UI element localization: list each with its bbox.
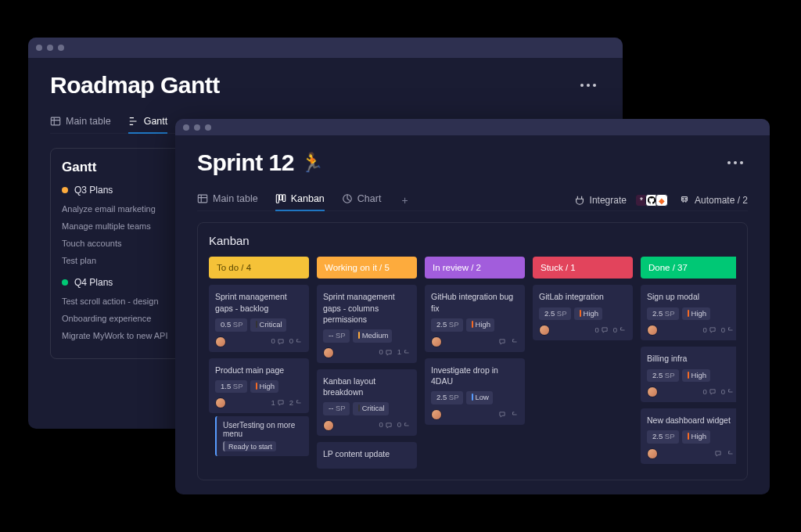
kanban-card[interactable]: GitHub integration bug fix2.5 SPHigh bbox=[425, 285, 525, 351]
kanban-card[interactable]: LP content update bbox=[317, 442, 417, 469]
priority-chip[interactable]: High bbox=[466, 318, 495, 332]
story-points-chip[interactable]: 0.5 SP bbox=[215, 318, 247, 332]
comments-count[interactable] bbox=[498, 338, 506, 346]
group-header-q4[interactable]: Q4 Plans bbox=[62, 277, 171, 288]
priority-chip[interactable]: High bbox=[682, 307, 711, 321]
group-header-q3[interactable]: Q3 Plans bbox=[62, 185, 171, 196]
integration-app-icons[interactable]: * ◆ bbox=[638, 194, 668, 207]
priority-chip[interactable]: High bbox=[250, 380, 279, 394]
priority-chip[interactable]: Critical bbox=[250, 318, 286, 332]
priority-chip[interactable]: High bbox=[682, 369, 711, 383]
story-points-chip[interactable]: 2.5 SP bbox=[431, 318, 463, 332]
comments-count[interactable]: 0 bbox=[594, 325, 608, 336]
subitems-count[interactable]: 0 bbox=[397, 420, 411, 430]
traffic-light-dot[interactable] bbox=[58, 45, 64, 51]
story-points-chip[interactable]: 1.5 SP bbox=[215, 380, 247, 394]
gantt-item[interactable]: Onboarding experience bbox=[62, 310, 171, 327]
comments-count[interactable]: 0 bbox=[379, 420, 392, 430]
gantt-item[interactable]: Analyze email marketing bbox=[62, 200, 171, 217]
story-points-chip[interactable]: -- SP bbox=[323, 402, 350, 415]
comments-count[interactable]: 0 bbox=[379, 347, 392, 358]
subitem-status-chip[interactable]: Ready to start bbox=[223, 441, 276, 451]
priority-chip[interactable]: Low bbox=[466, 391, 493, 404]
kanban-card[interactable]: Kanban layout breakdown-- SPCritical0 0 bbox=[317, 369, 417, 436]
add-view-button[interactable]: + bbox=[398, 194, 411, 207]
kanban-subitem[interactable]: UserTesting on more menuReady to start bbox=[215, 416, 309, 456]
comments-count[interactable] bbox=[498, 411, 506, 419]
traffic-light-dot[interactable] bbox=[47, 45, 53, 51]
more-menu-button[interactable] bbox=[576, 79, 601, 92]
column-header[interactable]: In review / 2 bbox=[425, 257, 525, 279]
priority-chip[interactable]: High bbox=[682, 430, 711, 444]
integrate-button[interactable]: Integrate bbox=[574, 195, 627, 206]
column-header[interactable]: Working on it / 5 bbox=[317, 257, 417, 279]
gantt-item[interactable]: Touch accounts bbox=[62, 235, 171, 252]
assignee-avatar[interactable] bbox=[431, 409, 442, 420]
subitems-count[interactable]: 1 bbox=[397, 347, 411, 358]
story-points-chip[interactable]: -- SP bbox=[323, 329, 350, 343]
kanban-card[interactable]: Sprint management gaps - columns permiss… bbox=[317, 285, 417, 362]
subitems-count[interactable]: 0 bbox=[721, 387, 735, 397]
story-points-chip[interactable]: 2.5 SP bbox=[647, 307, 679, 321]
traffic-light-dot[interactable] bbox=[183, 124, 189, 131]
story-points-chip[interactable]: 2.5 SP bbox=[431, 391, 463, 404]
comments-count[interactable] bbox=[714, 450, 722, 458]
kanban-card[interactable]: GitLab integration2.5 SPHigh0 0 bbox=[533, 285, 633, 340]
tab-main-table[interactable]: Main table bbox=[50, 113, 111, 133]
assignee-avatar[interactable] bbox=[647, 386, 658, 397]
kanban-card[interactable]: Sign up modal2.5 SPHigh0 0 bbox=[641, 285, 736, 340]
gantt-item[interactable]: Manage multiple teams bbox=[62, 217, 171, 235]
story-points-chip[interactable]: 2.5 SP bbox=[539, 307, 571, 321]
comments-count[interactable]: 0 bbox=[702, 387, 716, 397]
assignee-avatar[interactable] bbox=[215, 397, 226, 408]
subitems-count[interactable]: 0 bbox=[721, 325, 735, 336]
story-points-chip[interactable]: 2.5 SP bbox=[647, 430, 679, 444]
column-header[interactable]: To do / 4 bbox=[209, 257, 309, 279]
more-menu-button[interactable] bbox=[723, 156, 748, 169]
assignee-avatar[interactable] bbox=[647, 325, 658, 336]
tab-main-table[interactable]: Main table bbox=[197, 190, 258, 210]
subitems-count[interactable] bbox=[727, 450, 735, 458]
automate-button[interactable]: Automate / 2 bbox=[679, 195, 748, 206]
kanban-card[interactable]: Product main page1.5 SPHigh1 2 bbox=[209, 358, 309, 414]
subitem-title: UserTesting on more menu bbox=[223, 421, 303, 438]
assignee-avatar[interactable] bbox=[323, 347, 334, 358]
column-header[interactable]: Stuck / 1 bbox=[533, 257, 633, 279]
tab-kanban[interactable]: Kanban bbox=[275, 190, 325, 210]
assignee-avatar[interactable] bbox=[647, 448, 658, 459]
kanban-card[interactable]: Sprint management gaps - backlog0.5 SPCr… bbox=[209, 285, 309, 351]
priority-chip[interactable]: Medium bbox=[353, 329, 393, 343]
tab-gantt[interactable]: Gantt bbox=[128, 113, 168, 133]
comments-count[interactable]: 1 bbox=[271, 398, 284, 408]
priority-chip[interactable]: High bbox=[574, 307, 603, 321]
card-meta-icons: 0 0 bbox=[594, 325, 627, 336]
assignee-avatar[interactable] bbox=[539, 325, 550, 336]
subitems-count[interactable]: 0 bbox=[613, 325, 627, 336]
assignee-avatar[interactable] bbox=[215, 336, 226, 347]
comments-count[interactable]: 0 bbox=[271, 336, 284, 347]
subitems-count[interactable]: 2 bbox=[289, 398, 303, 408]
comments-count[interactable]: 0 bbox=[702, 325, 716, 336]
kanban-card[interactable]: Investigate drop in 4DAU2.5 SPLow bbox=[425, 358, 525, 425]
kanban-board: Kanban To do / 4Sprint management gaps -… bbox=[197, 222, 748, 480]
priority-chip[interactable]: Critical bbox=[353, 402, 389, 415]
sprint-kanban-window: Sprint 12 🏃 Main table Kanban Chart + bbox=[175, 119, 770, 494]
gantt-item[interactable]: Test plan bbox=[62, 252, 171, 269]
assignee-avatar[interactable] bbox=[323, 420, 334, 431]
subitems-count[interactable]: 0 bbox=[289, 336, 303, 347]
kanban-card[interactable]: Billing infra2.5 SPHigh0 0 bbox=[641, 347, 736, 402]
traffic-light-dot[interactable] bbox=[194, 124, 200, 131]
card-meta-icons: 0 0 bbox=[379, 420, 411, 430]
traffic-light-dot[interactable] bbox=[205, 124, 211, 131]
story-points-chip[interactable]: 2.5 SP bbox=[647, 369, 679, 383]
assignee-avatar[interactable] bbox=[431, 336, 442, 347]
card-title: GitHub integration bug fix bbox=[431, 291, 519, 313]
subitems-count[interactable] bbox=[511, 411, 519, 419]
subitems-count[interactable] bbox=[511, 338, 519, 346]
tab-chart[interactable]: Chart bbox=[342, 190, 382, 210]
gantt-item[interactable]: Migrate MyWork to new API bbox=[62, 327, 171, 344]
gantt-item[interactable]: Test scroll action - design bbox=[62, 293, 171, 310]
kanban-card[interactable]: New dashboard widget2.5 SPHigh bbox=[641, 408, 736, 464]
traffic-light-dot[interactable] bbox=[36, 45, 42, 51]
column-header[interactable]: Done / 37 bbox=[641, 257, 736, 279]
